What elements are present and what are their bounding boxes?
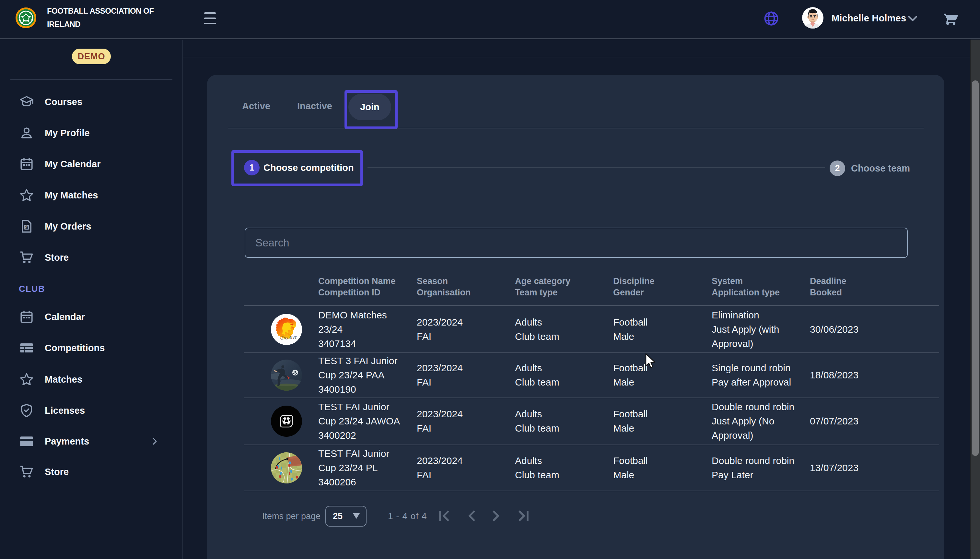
svg-text:$: $ xyxy=(25,225,28,230)
